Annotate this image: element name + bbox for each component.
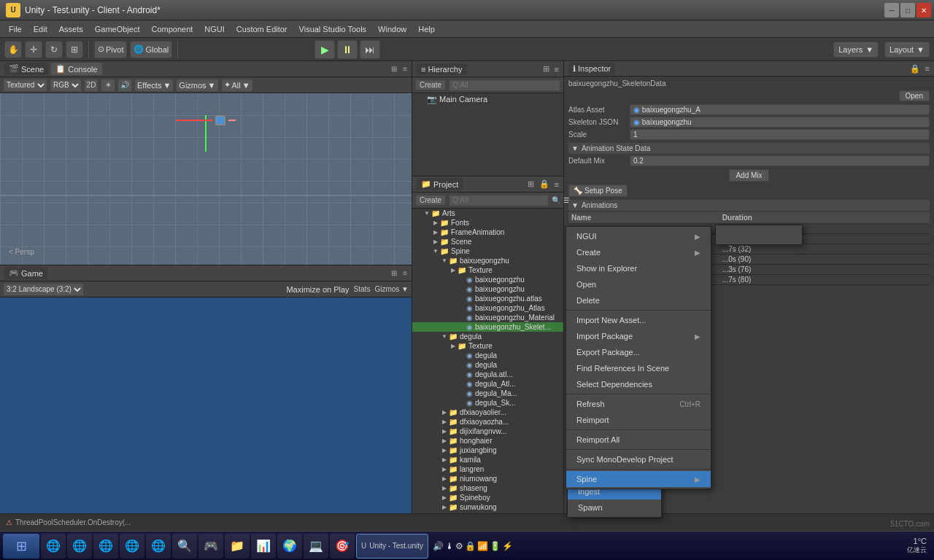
- menu-assets[interactable]: Assets: [53, 23, 89, 35]
- tab-console[interactable]: 📋 Console: [51, 63, 101, 75]
- pivot-group[interactable]: ⊙ Pivot: [94, 41, 127, 58]
- taskbar-btn-5[interactable]: 🌐: [146, 534, 171, 559]
- menu-edit[interactable]: Edit: [28, 23, 53, 35]
- taskbar-btn-9[interactable]: 📊: [251, 534, 276, 559]
- menu-component[interactable]: Component: [145, 23, 198, 35]
- tree-item-langren[interactable]: ▶📁langren: [412, 464, 563, 474]
- inspector-open-button[interactable]: Open: [899, 90, 930, 101]
- tree-item-degula-sk[interactable]: ◉degula_Sk...: [412, 398, 563, 408]
- tree-item-dfxiaoyaolier[interactable]: ▶📁dfxiaoyaolier...: [412, 408, 563, 417]
- project-search-input[interactable]: [449, 195, 549, 206]
- ctx-import-package[interactable]: Import Package ▶: [566, 328, 711, 344]
- menu-file[interactable]: File: [3, 23, 28, 35]
- ctx-reimport[interactable]: Reimport: [566, 412, 711, 428]
- tree-item-degula-atlas[interactable]: ◉degula_Atl...: [412, 379, 563, 389]
- tree-item-baixuegongzhu-folder[interactable]: ▼📁baixuegongzhu: [412, 256, 563, 265]
- menu-gameobject[interactable]: GameObject: [89, 23, 146, 35]
- game-resolution-select[interactable]: 3:2 Landscape (3:2): [3, 283, 84, 296]
- scene-menu-btn[interactable]: ≡: [403, 65, 407, 73]
- add-mix-button[interactable]: Add Mix: [729, 169, 768, 182]
- tray-icon-4[interactable]: 🔒: [465, 541, 476, 551]
- maximize-on-play-btn[interactable]: Maximize on Play: [286, 285, 349, 294]
- rotate-tool-button[interactable]: ↻: [45, 41, 63, 58]
- minimize-button[interactable]: ─: [884, 3, 899, 18]
- project-maximize[interactable]: ⊞: [528, 179, 534, 189]
- tree-item-degula-folder[interactable]: ▼📁degula: [412, 332, 563, 341]
- tray-icon-5[interactable]: 📶: [477, 541, 488, 551]
- ctx-open[interactable]: Open: [566, 276, 711, 292]
- tree-item-texture1[interactable]: ▶📁Texture: [412, 265, 563, 275]
- taskbar-btn-2[interactable]: 🌐: [67, 534, 92, 559]
- taskbar-btn-1[interactable]: 🌐: [41, 534, 66, 559]
- tree-item-spine[interactable]: ▼📁Spine: [412, 246, 563, 256]
- anim-state-header[interactable]: ▼ Animation State Data: [568, 143, 930, 154]
- tree-item-bxgz-atlas2[interactable]: ◉baixuegongzhu_Atlas: [412, 303, 563, 313]
- tree-item-bxgz-material[interactable]: ◉baixuegongzhu_Material: [412, 313, 563, 322]
- tab-hierarchy[interactable]: ≡ Hierarchy: [417, 63, 467, 75]
- tray-icon-6[interactable]: 🔋: [490, 541, 501, 551]
- 2d-toggle[interactable]: 2D: [84, 79, 99, 92]
- taskbar-btn-3[interactable]: 🌐: [93, 534, 118, 559]
- tree-item-bxgz-skeleton[interactable]: ◉baixuegonzhu_Skelet...: [412, 322, 563, 332]
- menu-custom-editor[interactable]: Custom Editor: [231, 23, 293, 35]
- scene-audio-btn[interactable]: 🔊: [117, 79, 132, 92]
- taskbar-btn-8[interactable]: 📁: [225, 534, 250, 559]
- hand-tool-button[interactable]: ✋: [4, 41, 22, 58]
- pause-button[interactable]: ⏸: [337, 40, 358, 59]
- tray-icon-2[interactable]: 🌡: [445, 541, 454, 551]
- step-button[interactable]: ⏭: [360, 40, 380, 59]
- tab-game[interactable]: 🎮 Game: [4, 267, 47, 279]
- stats-btn[interactable]: Stats: [354, 285, 371, 293]
- gizmos-dropdown[interactable]: Gizmos ▼: [176, 79, 218, 92]
- hierarchy-menu[interactable]: ≡: [555, 65, 559, 74]
- layout-dropdown[interactable]: Layout ▼: [884, 42, 930, 58]
- tab-inspector[interactable]: ℹ Inspector: [568, 63, 615, 75]
- ctx-show-explorer[interactable]: Show in Explorer: [566, 260, 711, 276]
- tray-icon-1[interactable]: 🔊: [433, 541, 444, 551]
- scale-tool-button[interactable]: ⊞: [66, 41, 83, 58]
- scene-viewport[interactable]: < Persp: [0, 93, 412, 265]
- tree-item-shaseng[interactable]: ▶📁shaseng: [412, 483, 563, 493]
- animations-header[interactable]: ▼ Animations: [568, 200, 930, 211]
- menu-help[interactable]: Help: [412, 23, 441, 35]
- taskbar-btn-4[interactable]: 🌐: [120, 534, 144, 559]
- project-lock[interactable]: 🔒: [539, 179, 549, 189]
- tab-project[interactable]: 📁 Project: [417, 178, 463, 190]
- effects-dropdown[interactable]: Effects ▼: [134, 79, 174, 92]
- tree-item-degula-atl[interactable]: ◉degula.atl...: [412, 370, 563, 379]
- ctx-find-references[interactable]: Find References In Scene: [566, 360, 711, 376]
- tree-item-juxiangbing[interactable]: ▶📁juxiangbing: [412, 446, 563, 455]
- ctx-refresh[interactable]: Refresh Ctrl+R: [566, 396, 711, 412]
- ctx-delete[interactable]: Delete: [566, 292, 711, 308]
- tree-item-bxgz-file2[interactable]: ◉baixuegongzhu: [412, 284, 563, 294]
- project-search-btn[interactable]: 🔍: [552, 196, 560, 204]
- tray-icon-3[interactable]: ⚙: [455, 541, 463, 551]
- tree-item-texture2[interactable]: ▶📁Texture: [412, 341, 563, 351]
- tree-item-scene[interactable]: ▶📁Scene: [412, 237, 563, 246]
- hierarchy-item-main-camera[interactable]: 📷 Main Camera: [412, 93, 563, 106]
- taskbar-unity-active[interactable]: U Unity - Test.unity: [356, 534, 428, 559]
- play-button[interactable]: ▶: [314, 40, 335, 59]
- tree-item-bxgz-atlas[interactable]: ◉baixuegongzhu.atlas: [412, 294, 563, 303]
- color-mode-select[interactable]: RGB: [50, 79, 82, 92]
- tree-item-degula-file1[interactable]: ◉degula: [412, 351, 563, 360]
- ctx-ngui[interactable]: NGUI ▶: [566, 228, 711, 244]
- tray-icon-7[interactable]: ⚡: [502, 541, 513, 551]
- setup-pose-button[interactable]: 🦴 Setup Pose: [568, 184, 628, 197]
- tree-item-kamila[interactable]: ▶📁kamila: [412, 455, 563, 464]
- tree-item-degula-ma[interactable]: ◉degula_Ma...: [412, 389, 563, 398]
- ctx-create[interactable]: Create ▶: [566, 244, 711, 260]
- tree-item-frameanimation[interactable]: ▶📁FrameAnimation: [412, 228, 563, 237]
- start-button[interactable]: ⊞: [3, 534, 39, 559]
- tree-item-bxgz-file1[interactable]: ◉baixuegongzhu: [412, 275, 563, 284]
- tree-item-sunwukong[interactable]: ▶📁sunwukong: [412, 502, 563, 512]
- close-button[interactable]: ✕: [916, 3, 931, 18]
- menu-ngui[interactable]: NGUI: [198, 23, 231, 35]
- global-group[interactable]: 🌐 Global: [130, 41, 172, 58]
- scene-maximize-btn[interactable]: ⊞: [391, 65, 397, 73]
- tree-item-dfxiaoyaozha[interactable]: ▶📁dfxiaoyaozha...: [412, 417, 563, 427]
- all-dropdown[interactable]: ✦ All ▼: [221, 79, 253, 92]
- inspector-lock[interactable]: 🔒: [910, 64, 920, 74]
- game-maximize-btn[interactable]: ⊞: [391, 269, 397, 277]
- ctx-spawn[interactable]: Spawn: [568, 499, 661, 516]
